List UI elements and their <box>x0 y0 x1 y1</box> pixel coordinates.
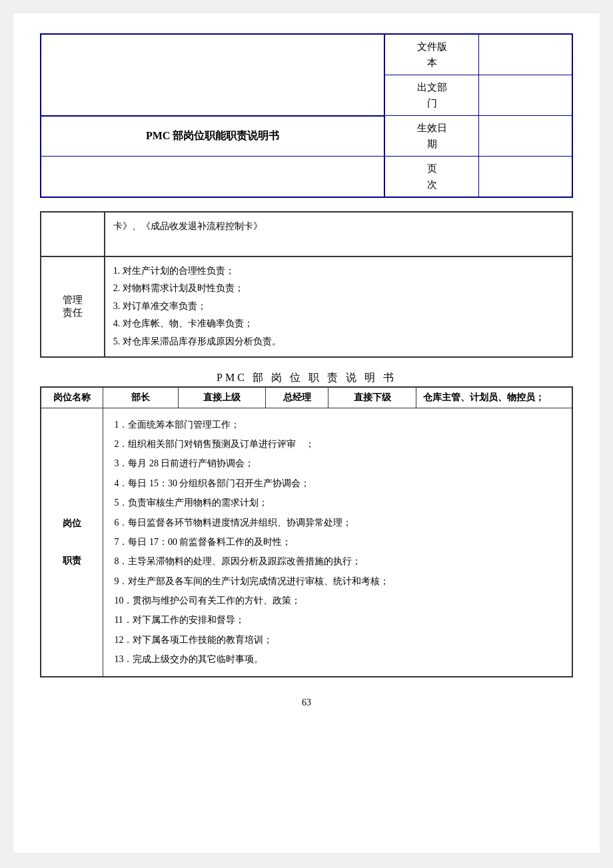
col-direct-up: 直接上级 <box>179 387 266 408</box>
file-version-value <box>478 34 572 75</box>
main-table-header-row: 岗位名称 部长 直接上级 总经理 直接下级 仓库主管、计划员、物控员； <box>41 387 572 408</box>
duty-12: 12．对下属各项工作技能的教育培训； <box>114 630 561 650</box>
duty-13: 13．完成上级交办的其它临时事项。 <box>114 650 561 669</box>
section1-table: 卡》、《成品收发退补流程控制卡》 管理责任 1. 对生产计划的合理性负责； 2.… <box>40 211 573 358</box>
file-version-label: 文件版本 <box>384 34 478 75</box>
col-gm: 总经理 <box>266 387 328 408</box>
duty-3: 3．每月 28 日前进行产销协调会； <box>114 454 561 473</box>
duty-9: 9．对生产部及各车间的生产计划完成情况进行审核、统计和考核； <box>114 572 561 591</box>
header-table: 文件版本 出文部门 PMC 部岗位职能职责说明书 生效日期 页次 <box>40 33 573 198</box>
header-left-top <box>41 34 384 116</box>
responsibility-item-1: 1. 对生产计划的合理性负责； <box>113 262 564 280</box>
col-dept: 部长 <box>103 387 179 408</box>
duty-1: 1．全面统筹本部门管理工作； <box>114 415 561 434</box>
effective-date-label: 生效日期 <box>384 116 478 157</box>
duty-5: 5．负责审核生产用物料的需求计划； <box>114 493 561 512</box>
duty-11: 11．对下属工作的安排和督导； <box>114 610 561 630</box>
page: 文件版本 出文部门 PMC 部岗位职能职责说明书 生效日期 页次 卡》、《成品收… <box>13 13 600 853</box>
section1-top-content: 卡》、《成品收发退补流程控制卡》 <box>105 212 572 256</box>
header-left-extra <box>41 157 384 198</box>
col-position-name: 岗位名称 <box>41 387 103 408</box>
page-value <box>478 157 572 198</box>
page-label: 页次 <box>384 157 478 198</box>
page-number: 63 <box>40 697 573 708</box>
duty-2: 2．组织相关部门对销售预测及订单进行评审 ； <box>114 434 561 454</box>
main-table: 岗位名称 部长 直接上级 总经理 直接下级 仓库主管、计划员、物控员； 岗位职责… <box>40 386 573 677</box>
dept-value <box>478 75 572 116</box>
duty-7: 7．每日 17：00 前监督备料工作的及时性； <box>114 532 561 552</box>
col-subordinate: 仓库主管、计划员、物控员； <box>416 387 572 408</box>
responsibility-item-2: 2. 对物料需求计划及时性负责； <box>113 280 564 298</box>
responsibility-item-4: 4. 对仓库帐、物、卡准确率负责； <box>113 315 564 333</box>
responsibility-item-3: 3. 对订单准交率负责； <box>113 298 564 316</box>
dept-label: 出文部门 <box>384 75 478 116</box>
duty-6: 6．每日监督各环节物料进度情况并组织、协调异常处理； <box>114 513 561 532</box>
header-title: PMC 部岗位职能职责说明书 <box>41 116 384 157</box>
duty-8: 8．主导呆滞物料的处理、原因分析及跟踪改善措施的执行； <box>114 552 561 571</box>
duties-content: 1．全面统筹本部门管理工作； 2．组织相关部门对销售预测及订单进行评审 ； 3．… <box>103 408 572 677</box>
management-responsibility-content: 1. 对生产计划的合理性负责； 2. 对物料需求计划及时性负责； 3. 对订单准… <box>105 256 572 357</box>
effective-date-value <box>478 116 572 157</box>
col-direct-down: 直接下级 <box>328 387 416 408</box>
section1-empty-label <box>41 212 105 256</box>
duty-4: 4．每日 15：30 分组织各部门召开生产协调会； <box>114 474 561 493</box>
management-responsibility-label: 管理责任 <box>41 256 105 357</box>
pmc-section-title: PMC 部 岗 位 职 责 说 明 书 <box>40 371 573 385</box>
duty-10: 10．贯彻与维护公司有关工作的方针、政策； <box>114 591 561 610</box>
duties-row: 岗位职责 1．全面统筹本部门管理工作； 2．组织相关部门对销售预测及订单进行评审… <box>41 408 572 677</box>
duties-label: 岗位职责 <box>41 408 103 677</box>
responsibility-item-5: 5. 对仓库呆滞品库存形成原因分析负责。 <box>113 333 564 351</box>
